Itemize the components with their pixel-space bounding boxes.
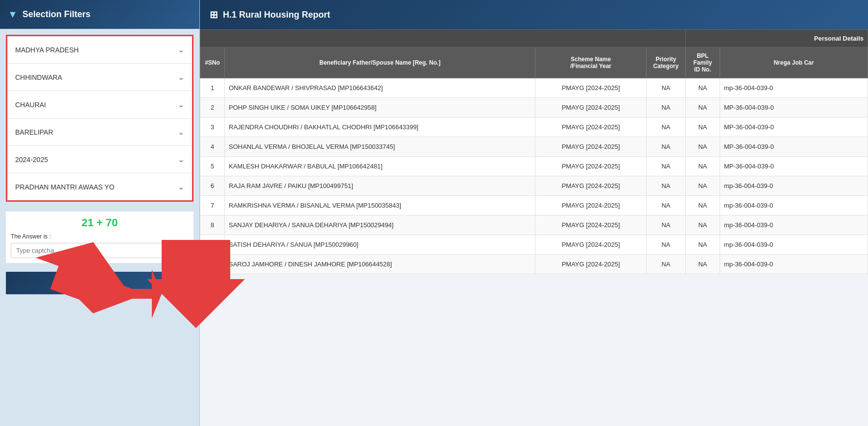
table-row: 8 SANJAY DEHARIYA / SANUA DEHARIYA [MP15… xyxy=(200,215,868,235)
captcha-math: 21 + 70 xyxy=(11,216,189,229)
filter-label-0: MADHYA PRADESH xyxy=(15,46,79,54)
cell-scheme-9: PMAYG [2024-2025] xyxy=(535,255,647,274)
cell-priority-8: NA xyxy=(646,235,685,255)
cell-beneficiary-9: SAROJ JAMHORE / DINESH JAMHORE [MP106644… xyxy=(225,255,535,274)
filter-label-4: 2024-2025 xyxy=(15,156,48,164)
cell-sno-4: 5 xyxy=(200,157,225,176)
village-filter[interactable]: BARELIPAR⌄ xyxy=(7,118,192,146)
cell-sno-2: 3 xyxy=(200,118,225,137)
cell-nrega-7: mp-36-004-039-0 xyxy=(720,215,868,235)
col-scheme: Scheme Name/Financial Year xyxy=(535,47,647,78)
cell-nrega-3: MP-36-004-039-0 xyxy=(720,137,868,157)
col-bpl: BPLFamilyID No. xyxy=(685,47,720,78)
chevron-icon-2: ⌄ xyxy=(178,100,184,109)
cell-bpl-1: NA xyxy=(685,98,720,118)
chevron-icon-0: ⌄ xyxy=(178,45,184,54)
chevron-icon-4: ⌄ xyxy=(178,155,184,164)
cell-scheme-6: PMAYG [2024-2025] xyxy=(535,196,647,215)
cell-beneficiary-0: ONKAR BANDEWAR / SHIVPRASAD [MP106643642… xyxy=(225,78,535,98)
state-filter[interactable]: MADHYA PRADESH⌄ xyxy=(7,36,192,64)
cell-priority-4: NA xyxy=(646,157,685,176)
cell-sno-1: 2 xyxy=(200,98,225,118)
scheme-filter[interactable]: PRADHAN MANTRI AWAAS YO⌄ xyxy=(7,173,192,200)
col-nrega: Nrega Job Car xyxy=(720,47,868,78)
cell-beneficiary-6: RAMKRISHNA VERMA / BISANLAL VERMA [MP150… xyxy=(225,196,535,215)
cell-nrega-1: MP-36-004-039-0 xyxy=(720,98,868,118)
filter-icon: ▼ xyxy=(8,9,18,20)
cell-priority-1: NA xyxy=(646,98,685,118)
cell-priority-3: NA xyxy=(646,137,685,157)
submit-button[interactable]: Submit xyxy=(6,272,193,294)
sidebar: ▼ Selection Filters MADHYA PRADESH⌄CHHIN… xyxy=(0,0,200,426)
report-title: H.1 Rural Housing Report xyxy=(223,10,330,20)
cell-beneficiary-8: SATISH DEHARIYA / SANUA [MP150029960] xyxy=(225,235,535,255)
captcha-refresh-button[interactable]: ↻ xyxy=(174,243,189,258)
district-filter[interactable]: CHHINDWARA⌄ xyxy=(7,64,192,91)
filter-label-2: CHAURAI xyxy=(15,101,46,109)
year-filter[interactable]: 2024-2025⌄ xyxy=(7,146,192,173)
captcha-input[interactable] xyxy=(11,243,171,258)
chevron-icon-5: ⌄ xyxy=(178,182,184,191)
table-icon: ⊞ xyxy=(210,9,218,21)
cell-sno-7: 8 xyxy=(200,215,225,235)
cell-nrega-4: MP-36-004-039-0 xyxy=(720,157,868,176)
cell-priority-5: NA xyxy=(646,176,685,196)
cell-nrega-5: mp-36-004-039-0 xyxy=(720,176,868,196)
cell-bpl-3: NA xyxy=(685,137,720,157)
block-filter[interactable]: CHAURAI⌄ xyxy=(7,91,192,118)
cell-sno-0: 1 xyxy=(200,78,225,98)
cell-bpl-9: NA xyxy=(685,255,720,274)
cell-priority-2: NA xyxy=(646,118,685,137)
col-headers-row: #SNo Beneficiary Father/Spouse Name [Reg… xyxy=(200,47,868,78)
chevron-icon-1: ⌄ xyxy=(178,72,184,82)
main-content: ⊞ H.1 Rural Housing Report Personal Deta… xyxy=(200,0,868,426)
cell-sno-3: 4 xyxy=(200,137,225,157)
filter-label-5: PRADHAN MANTRI AWAAS YO xyxy=(15,183,115,191)
cell-beneficiary-2: RAJENDRA CHOUDHRI / BAKHATLAL CHODHRI [M… xyxy=(225,118,535,137)
cell-scheme-8: PMAYG [2024-2025] xyxy=(535,235,647,255)
cell-bpl-4: NA xyxy=(685,157,720,176)
captcha-section: 21 + 70 The Answer is : ↻ xyxy=(6,212,193,263)
cell-bpl-8: NA xyxy=(685,235,720,255)
filter-label-3: BARELIPAR xyxy=(15,128,53,136)
cell-sno-5: 6 xyxy=(200,176,225,196)
report-header: ⊞ H.1 Rural Housing Report xyxy=(200,0,868,29)
table-row: 10 SAROJ JAMHORE / DINESH JAMHORE [MP106… xyxy=(200,255,868,274)
col-priority: PriorityCategory xyxy=(646,47,685,78)
cell-sno-9: 10 xyxy=(200,255,225,274)
header-group-row: Personal Details xyxy=(200,30,868,47)
chevron-icon-3: ⌄ xyxy=(178,127,184,137)
cell-bpl-0: NA xyxy=(685,78,720,98)
cell-beneficiary-3: SOHANLAL VERMA / BHOJELAL VERMA [MP15003… xyxy=(225,137,535,157)
cell-scheme-3: PMAYG [2024-2025] xyxy=(535,137,647,157)
table-row: 5 KAMLESH DHAKARWAR / BABULAL [MP1066424… xyxy=(200,157,868,176)
cell-nrega-0: mp-36-004-039-0 xyxy=(720,78,868,98)
cell-scheme-4: PMAYG [2024-2025] xyxy=(535,157,647,176)
filters-container: MADHYA PRADESH⌄CHHINDWARA⌄CHAURAI⌄BARELI… xyxy=(6,35,193,202)
sidebar-header: ▼ Selection Filters xyxy=(0,0,199,29)
cell-priority-0: NA xyxy=(646,78,685,98)
cell-beneficiary-4: KAMLESH DHAKARWAR / BABULAL [MP106642481… xyxy=(225,157,535,176)
table-row: 6 RAJA RAM JAVRE / PAIKU [MP100499751] P… xyxy=(200,176,868,196)
col-sno: #SNo xyxy=(200,47,225,78)
table-body: 1 ONKAR BANDEWAR / SHIVPRASAD [MP1066436… xyxy=(200,78,868,274)
table-row: 9 SATISH DEHARIYA / SANUA [MP150029960] … xyxy=(200,235,868,255)
cell-beneficiary-5: RAJA RAM JAVRE / PAIKU [MP100499751] xyxy=(225,176,535,196)
sidebar-title: Selection Filters xyxy=(23,9,91,20)
cell-priority-6: NA xyxy=(646,196,685,215)
cell-bpl-5: NA xyxy=(685,176,720,196)
cell-bpl-7: NA xyxy=(685,215,720,235)
cell-scheme-7: PMAYG [2024-2025] xyxy=(535,215,647,235)
cell-nrega-8: mp-36-004-039-0 xyxy=(720,235,868,255)
col-beneficiary: Beneficiary Father/Spouse Name [Reg. No.… xyxy=(225,47,535,78)
table-row: 2 POHP SINGH UIKE / SOMA UIKEY [MP106642… xyxy=(200,98,868,118)
cell-nrega-6: mp-36-004-039-0 xyxy=(720,196,868,215)
personal-details-header: Personal Details xyxy=(685,30,868,47)
table-row: 1 ONKAR BANDEWAR / SHIVPRASAD [MP1066436… xyxy=(200,78,868,98)
cell-beneficiary-7: SANJAY DEHARIYA / SANUA DEHARIYA [MP1500… xyxy=(225,215,535,235)
table-container[interactable]: Personal Details #SNo Beneficiary Father… xyxy=(200,29,868,426)
cell-nrega-2: MP-36-004-039-0 xyxy=(720,118,868,137)
table-row: 3 RAJENDRA CHOUDHRI / BAKHATLAL CHODHRI … xyxy=(200,118,868,137)
table-row: 4 SOHANLAL VERMA / BHOJELAL VERMA [MP150… xyxy=(200,137,868,157)
cell-bpl-6: NA xyxy=(685,196,720,215)
